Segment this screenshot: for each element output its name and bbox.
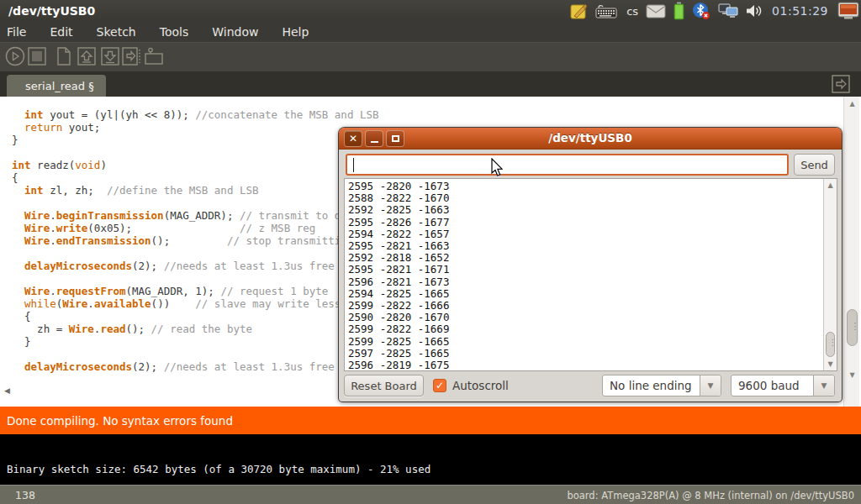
serial-input-field[interactable] — [346, 154, 789, 176]
menu-edit[interactable]: Edit — [41, 24, 81, 40]
new-sketch-icon — [53, 46, 73, 70]
menu-file[interactable]: File — [7, 24, 34, 40]
chevron-down-icon[interactable]: ▼ — [813, 375, 834, 396]
line-ending-dropdown[interactable]: No line ending ▼ — [602, 375, 721, 396]
verify-button[interactable] — [4, 47, 26, 69]
tab-serial-read[interactable]: serial_read § — [7, 75, 106, 97]
editor-vscrollbar[interactable]: ▲ ▼ — [843, 97, 859, 407]
code-line: } — [12, 134, 379, 146]
serial-vscrollbar[interactable]: ▲ ▼ — [823, 179, 837, 370]
new-sketch-button[interactable] — [52, 47, 74, 69]
code-line: int zl, zh; //define the MSB and LSB — [12, 184, 379, 197]
scroll-up-icon[interactable]: ▲ — [824, 181, 837, 189]
serial-vscroll-thumb[interactable] — [826, 332, 835, 357]
code-text: int yout = (yl|(yh << 8)); //concatenate… — [12, 108, 379, 373]
serial-output-line: 2594 -2822 -1657 — [348, 228, 449, 240]
text-caret — [353, 158, 354, 172]
session-icon[interactable] — [837, 2, 859, 20]
scroll-down-icon[interactable]: ▼ — [844, 371, 860, 379]
volume-icon[interactable] — [746, 2, 763, 20]
serial-monitor-titlebar[interactable]: ✕ /dev/ttyUSB0 — [339, 128, 842, 150]
serial-output-line: 2596 -2819 -1675 — [348, 360, 449, 371]
code-line — [12, 348, 379, 360]
code-line — [12, 247, 379, 260]
editor-vscroll-thumb[interactable] — [847, 309, 858, 346]
stop-icon — [27, 46, 47, 70]
serial-output-line: 2599 -2822 -1669 — [348, 323, 449, 335]
menu-help[interactable]: Help — [273, 24, 317, 40]
note-icon[interactable] — [570, 2, 588, 20]
code-line: { — [12, 310, 379, 323]
baud-rate-value: 9600 baud — [738, 379, 800, 392]
serial-monitor-button[interactable] — [143, 47, 165, 69]
code-line — [12, 146, 379, 159]
code-line: Wire.beginTransmission(MAG_ADDR); // tra… — [12, 209, 379, 222]
serial-output-area[interactable]: 2595 -2820 -16732588 -2822 -16702592 -28… — [344, 178, 837, 371]
serial-output-line: 2592 -2825 -1663 — [348, 204, 449, 216]
save-button[interactable] — [99, 47, 121, 69]
tab-arrow-icon — [832, 75, 850, 93]
code-line — [12, 272, 379, 285]
serial-output-line: 2595 -2820 -1673 — [348, 181, 449, 192]
upload-button[interactable] — [121, 47, 143, 69]
code-line: Wire.endTransmission(); // stop transmit… — [12, 234, 379, 247]
upload-icon — [122, 46, 142, 70]
serial-output-line: 2592 -2818 -1652 — [348, 252, 449, 264]
code-line: } — [12, 335, 379, 348]
menu-tools[interactable]: Tools — [151, 24, 198, 40]
line-number-indicator: 138 — [15, 489, 35, 501]
mouse-cursor — [490, 158, 504, 181]
serial-output-line: 2595 -2826 -1677 — [348, 217, 449, 228]
serial-output-line: 2599 -2822 -1666 — [348, 300, 449, 312]
clock[interactable]: 01:51:29 — [770, 4, 830, 18]
menu-window[interactable]: Window — [203, 24, 267, 40]
serial-output-line: 2599 -2825 -1665 — [348, 336, 449, 348]
hscroll-left-arrow[interactable]: ◀ — [4, 386, 10, 395]
send-label: Send — [800, 159, 828, 171]
scroll-down-icon[interactable]: ▼ — [824, 360, 837, 368]
ide-status-bar: Done compiling. No syntax errors found — [0, 407, 861, 434]
serial-output-line: 2597 -2825 -1665 — [348, 348, 449, 360]
chevron-down-icon[interactable]: ▼ — [700, 375, 721, 396]
keyboard-layout-indicator[interactable]: cs — [626, 5, 638, 18]
board-info: board: ATmega328P(A) @ 8 MHz (internal) … — [567, 490, 854, 501]
baud-rate-dropdown[interactable]: 9600 baud ▼ — [731, 375, 835, 396]
open-button[interactable] — [76, 47, 98, 69]
serial-monitor-window: ✕ /dev/ttyUSB0 Send 2595 -2820 -16732588… — [339, 128, 842, 402]
tab-menu-button[interactable] — [831, 74, 851, 94]
save-icon — [100, 46, 120, 70]
bluetooth-icon[interactable] — [692, 2, 710, 20]
system-tray: cs01:51:29 — [570, 0, 859, 22]
autoscroll-checkbox[interactable]: ✓ — [433, 379, 446, 392]
ide-console: Binary sketch size: 6542 bytes (of a 307… — [0, 434, 861, 485]
battery-icon[interactable] — [673, 2, 684, 20]
ide-bottom-bar: 138 board: ATmega328P(A) @ 8 MHz (intern… — [0, 485, 861, 504]
reset-board-button[interactable]: Reset Board — [344, 375, 424, 396]
code-line: while(Wire.available()) // slave may wri… — [12, 297, 379, 310]
stop-button[interactable] — [26, 47, 48, 69]
menu-sketch[interactable]: Sketch — [88, 24, 145, 40]
serial-output-line: 2594 -2825 -1665 — [348, 288, 449, 300]
code-line: int readz(void) — [12, 159, 379, 171]
scroll-up-icon[interactable]: ▲ — [844, 100, 860, 108]
serial-output-line: 2595 -2821 -1671 — [348, 264, 449, 276]
code-line: zh = Wire.read(); // read the byte — [12, 323, 379, 335]
code-line: int yout = (yl|(yh << 8)); //concatenate… — [12, 108, 379, 121]
console-output: Binary sketch size: 6542 bytes (of a 307… — [7, 463, 430, 475]
open-icon — [77, 46, 97, 70]
menu-bar: FileEditSketchToolsWindowHelp — [0, 22, 861, 42]
code-line: return yout; — [12, 121, 379, 134]
mail-icon[interactable] — [646, 2, 666, 20]
desktop-screen: /dev/ttyUSB0 cs01:51:29 FileEditSketchTo… — [0, 0, 861, 504]
tab-bar: serial_read § — [0, 71, 861, 97]
top-panel: /dev/ttyUSB0 cs01:51:29 — [0, 0, 861, 22]
keyboard-icon[interactable] — [595, 2, 617, 20]
autoscroll-label: Autoscroll — [452, 379, 509, 392]
code-line: Wire.requestFrom(MAG_ADDR, 1); // reques… — [12, 285, 379, 297]
code-line: { — [12, 171, 379, 184]
line-ending-value: No line ending — [610, 379, 692, 392]
network-icon[interactable] — [718, 2, 738, 20]
tab-label: serial_read § — [25, 80, 94, 92]
send-button[interactable]: Send — [794, 154, 835, 176]
serial-output-line: 2596 -2821 -1673 — [348, 276, 449, 288]
